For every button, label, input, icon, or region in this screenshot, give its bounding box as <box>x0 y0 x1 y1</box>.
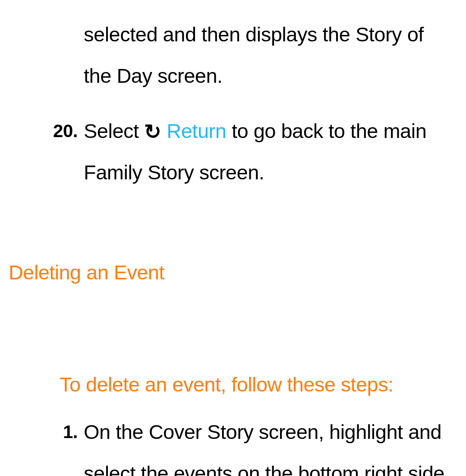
step-20-text: Select ↺ Return to go back to the main F… <box>84 110 457 193</box>
step-20-number: 20. <box>9 110 84 152</box>
section-heading-deleting-event: Deleting an Event <box>9 260 457 285</box>
return-icon: ↺ <box>144 111 161 153</box>
sub-heading-follow-steps: To delete an event, follow these steps: <box>60 372 457 398</box>
step-1-text: On the Cover Story screen, highlight and… <box>84 411 457 476</box>
step-1-number: 1. <box>9 411 84 453</box>
step-20: 20. Select ↺ Return to go back to the ma… <box>9 110 457 193</box>
step-20-pre: Select <box>84 119 144 142</box>
step-continuation-text: selected and then displays the Story of … <box>84 14 457 97</box>
step-1: 1. On the Cover Story screen, highlight … <box>9 411 457 476</box>
return-label: Return <box>161 119 227 142</box>
document-page: selected and then displays the Story of … <box>0 14 466 476</box>
step-continuation: selected and then displays the Story of … <box>9 14 457 97</box>
